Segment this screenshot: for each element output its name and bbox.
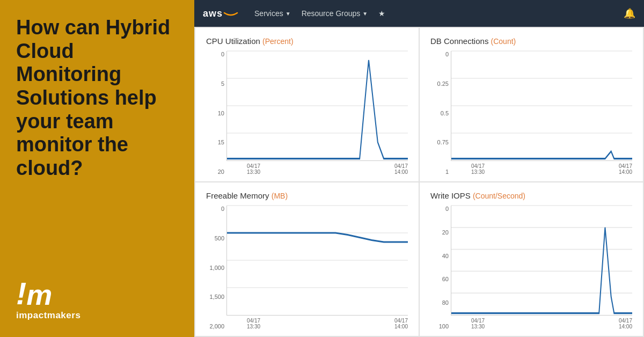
cpu-chart [226,51,408,161]
memory-unit: (MB) [272,192,288,200]
iops-title: Write IOPS (Count/Second) [430,191,632,200]
aws-nav: aws Services ▼ Resource Groups ▼ ★ 🔔 [194,0,644,27]
aws-logo: aws [203,8,238,19]
db-card: DB Connections (Count) 1 0.75 0.5 0.25 0 [420,28,643,181]
iops-chart [451,206,632,316]
db-title: DB Connections (Count) [430,36,632,46]
iops-chart-area: 100 80 60 40 20 0 [430,206,632,329]
iops-card: Write IOPS (Count/Second) 100 80 60 40 2… [420,182,643,336]
db-x-labels: 04/1713:30 04/1714:00 [471,161,632,175]
logo-area: ! m impactmakers [16,278,178,321]
memory-x-labels: 04/1713:30 04/1714:00 [247,316,408,329]
cpu-card: CPU Utilization (Percent) 20 15 10 5 0 [195,28,419,181]
bell-icon: 🔔 [624,8,635,19]
services-menu[interactable]: Services ▼ [254,9,291,18]
iops-x-labels: 04/1713:30 04/1714:00 [471,316,632,329]
headline: How can Hybrid Cloud Monitoring Solution… [16,16,178,180]
db-chart-area: 1 0.75 0.5 0.25 0 [430,51,632,175]
cpu-unit: (Percent) [262,37,294,46]
iops-x-label-1: 04/1713:30 [471,318,485,329]
db-x-label-1: 04/1713:30 [471,163,485,175]
star-icon: ★ [378,9,385,18]
cpu-chart-area: 20 15 10 5 0 [206,51,408,175]
logo-m: m [26,280,50,309]
right-panel: aws Services ▼ Resource Groups ▼ ★ 🔔 CP [194,0,644,337]
memory-title: Freeable Memory (MB) [206,191,408,200]
services-chevron-icon: ▼ [286,11,291,17]
memory-x-label-1: 04/1713:30 [247,318,260,329]
memory-chart-area: 2,000 1,500 1,000 500 0 [206,206,408,329]
cpu-title: CPU Utilization (Percent) [206,36,408,46]
cpu-x-labels: 04/1713:30 04/1714:00 [247,161,408,175]
notification-bell[interactable]: 🔔 [624,8,635,19]
services-label: Services [254,9,283,18]
resource-groups-label: Resource Groups [302,9,361,18]
cpu-x-label-1: 04/1713:30 [247,163,260,175]
logo-brand: impactmakers [16,310,80,321]
im-logo: ! m [16,278,50,309]
aws-text: aws [203,8,223,19]
cpu-y-axis: 20 15 10 5 0 [206,51,226,175]
db-chart [451,51,632,161]
iops-x-label-2: 04/1714:00 [619,318,632,329]
nav-star[interactable]: ★ [378,9,385,18]
db-y-axis: 1 0.75 0.5 0.25 0 [430,51,451,175]
aws-smile-icon [223,9,238,18]
dashboard: CPU Utilization (Percent) 20 15 10 5 0 [194,27,644,337]
memory-x-label-2: 04/1714:00 [394,318,408,329]
resource-groups-chevron-icon: ▼ [362,11,368,17]
db-unit: (Count) [491,37,516,46]
memory-card: Freeable Memory (MB) 2,000 1,500 1,000 5… [195,182,419,336]
iops-y-axis: 100 80 60 40 20 0 [430,206,451,329]
left-panel: How can Hybrid Cloud Monitoring Solution… [0,0,194,337]
iops-unit: (Count/Second) [473,192,525,200]
memory-y-axis: 2,000 1,500 1,000 500 0 [206,206,226,329]
resource-groups-menu[interactable]: Resource Groups ▼ [302,9,368,18]
cpu-x-label-2: 04/1714:00 [394,163,408,175]
db-x-label-2: 04/1714:00 [619,163,632,175]
logo-exclaim: ! [16,278,26,309]
memory-chart [226,206,408,316]
